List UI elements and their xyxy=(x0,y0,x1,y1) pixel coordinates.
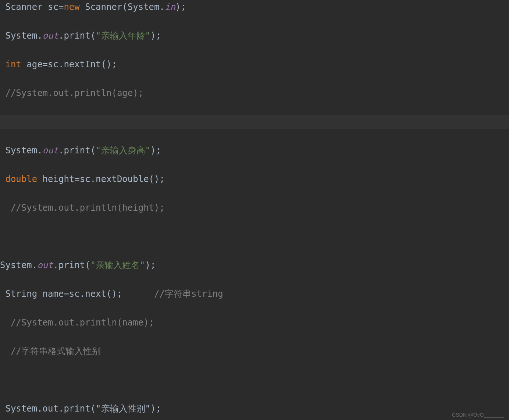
code-line-highlighted xyxy=(0,115,509,129)
code-line: //字符串格式输入性别 xyxy=(0,344,509,359)
code-line: System.out.print("亲输入姓名"); xyxy=(0,258,509,273)
code-line: String name=sc.next(); //字符串string xyxy=(0,287,509,301)
code-line: System.out.print("亲输入身高"); xyxy=(0,143,509,158)
code-line xyxy=(0,229,509,244)
code-line: double height=sc.nextDouble(); xyxy=(0,172,509,186)
code-line: //System.out.println(height); xyxy=(0,201,509,215)
code-editor[interactable]: Scanner sc=new Scanner(System.in); Syste… xyxy=(0,0,509,420)
code-line xyxy=(0,373,509,387)
code-line: System.out.print("亲输入年龄"); xyxy=(0,29,509,43)
code-line: Scanner sc=new Scanner(System.in); xyxy=(0,0,509,14)
code-line: int age=sc.nextInt(); xyxy=(0,57,509,72)
code-line: //System.out.println(name); xyxy=(0,316,509,330)
code-line: //System.out.println(age); xyxy=(0,86,509,100)
code-line: System.out.print("亲输入性别"); xyxy=(0,402,509,416)
